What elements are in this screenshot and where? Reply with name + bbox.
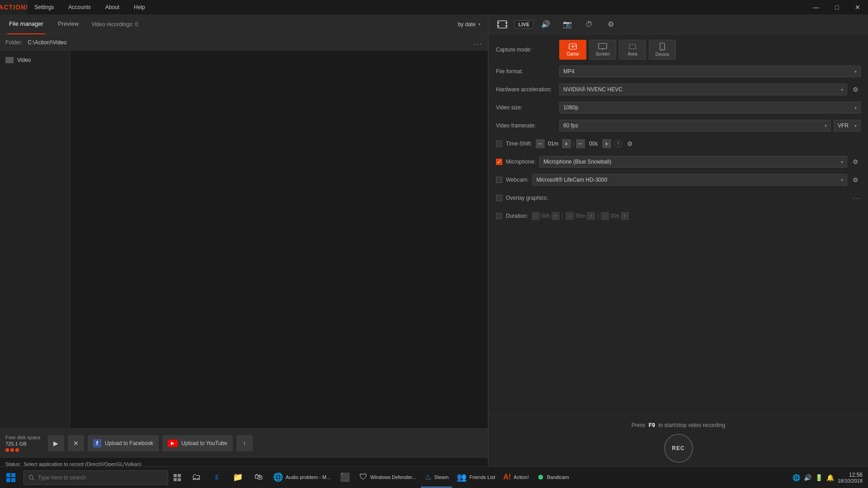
webcam-control: Microsoft® LifeCam HD-3000 ▾ ⚙ [532, 174, 861, 186]
taskbar-app-friends[interactable]: 👥 Friends List [453, 468, 499, 488]
webcam-dropdown[interactable]: Microsoft® LifeCam HD-3000 ▾ [532, 174, 847, 186]
menu-settings[interactable]: Settings [27, 0, 61, 14]
defender-icon: 🛡 [359, 472, 368, 482]
video-framerate-row: Video framerate: 60 fps ▾ VFR ▾ [496, 119, 861, 132]
svg-rect-22 [174, 474, 177, 477]
timeshift-checkbox[interactable] [496, 141, 502, 147]
svg-point-20 [29, 475, 33, 479]
menu-help[interactable]: Help [127, 0, 152, 14]
settings-area: Capture mode: Game [489, 34, 868, 414]
cut-button[interactable]: ✕ [68, 435, 84, 451]
hardware-accel-dropdown[interactable]: NVIDIA® NVENC HEVC ▾ [559, 84, 847, 95]
taskbar-app-audio[interactable]: 🌐 Audio problem - M... [269, 468, 334, 488]
camera-icon-btn[interactable]: 📷 [557, 16, 577, 33]
minimize-button[interactable]: — [806, 0, 826, 14]
svg-rect-13 [629, 44, 636, 49]
task-view-button[interactable] [170, 467, 184, 488]
taskbar-app-bandicam[interactable]: ⏺ Bandicam [533, 468, 573, 488]
hardware-accel-value: NVIDIA® NVENC HEVC [563, 86, 623, 93]
taskbar-app-defender[interactable]: 🛡 Windows Defender... [356, 468, 420, 488]
microphone-gear-icon[interactable]: ⚙ [850, 156, 861, 168]
capture-device-button[interactable]: Device [649, 40, 676, 60]
capture-mode-buttons: Game Screen [559, 40, 676, 60]
sort-dropdown[interactable]: by date ▾ [458, 21, 481, 28]
game-label: Game [566, 52, 579, 56]
live-badge-btn[interactable]: LIVE [514, 16, 534, 33]
microphone-dropdown[interactable]: Microphone (Blue Snowball) ▾ [539, 156, 847, 168]
play-button[interactable]: ▶ [48, 435, 64, 451]
overlay-control: ··· [552, 194, 861, 202]
notification-tray-icon[interactable]: 🔔 [826, 474, 834, 481]
timeshift-min-minus-button[interactable]: − [536, 139, 545, 148]
network-tray-icon[interactable]: 🌐 [793, 474, 800, 481]
webcam-checkbox[interactable] [496, 177, 502, 183]
file-tree: Video [0, 51, 70, 428]
left-panel: File manager Preview Video recordings: 0… [0, 14, 488, 470]
status-label: Status: [5, 461, 21, 467]
svg-rect-10 [599, 43, 607, 49]
chevron-down-icon: ▾ [841, 160, 843, 164]
taskbar-app-action[interactable]: A! Action! [500, 468, 533, 488]
files-icon: 📁 [233, 472, 243, 482]
upload-facebook-button[interactable]: f Upload to Facebook [88, 435, 159, 451]
battery-tray-icon[interactable]: 🔋 [815, 474, 823, 481]
tab-file-manager[interactable]: File manager [7, 14, 45, 34]
chevron-down-icon: ▾ [854, 123, 857, 128]
file-format-value: MP4 [563, 68, 575, 75]
taskbar-app-store[interactable]: 🛍 [249, 468, 269, 488]
maximize-button[interactable]: □ [826, 0, 847, 14]
taskbar-app-steam[interactable]: ♨ Steam [421, 468, 453, 488]
clock[interactable]: 12:56 18/10/2018 [838, 472, 863, 483]
timeshift-sec-minus-button[interactable]: − [576, 139, 585, 148]
start-button[interactable] [0, 467, 22, 488]
duration-m-value: 30m [575, 213, 585, 219]
vfr-dropdown[interactable]: VFR ▾ [834, 120, 861, 131]
export-button[interactable]: ↑ [236, 435, 253, 451]
folder-bar: Folder: C:\Action!\Video ... [0, 34, 488, 51]
timeshift-gear-icon[interactable]: ⚙ [625, 138, 636, 150]
close-button[interactable]: ✕ [847, 0, 868, 14]
folder-more-button[interactable]: ... [474, 38, 482, 47]
duration-checkbox[interactable] [496, 213, 502, 219]
taskbar-app-files[interactable]: 📁 [228, 468, 248, 488]
overlay-more-button[interactable]: ··· [853, 194, 861, 202]
taskbar-app-explorer[interactable]: 🗂 [186, 468, 206, 488]
search-bar[interactable] [24, 470, 168, 485]
film-mode-icon-btn[interactable] [492, 16, 512, 33]
menu-about[interactable]: About [98, 0, 127, 14]
capture-game-button[interactable]: Game [559, 40, 586, 60]
taskbar-app-edge[interactable]: ε [207, 468, 227, 488]
hardware-accel-gear-icon[interactable]: ⚙ [850, 84, 861, 95]
capture-screen-button[interactable]: Screen [589, 40, 616, 60]
microphone-checkbox[interactable]: ✓ [496, 159, 502, 165]
search-input[interactable] [38, 474, 163, 481]
tab-preview[interactable]: Preview [56, 14, 80, 34]
volume-tray-icon[interactable]: 🔊 [804, 474, 811, 481]
menu-accounts[interactable]: Accounts [61, 0, 98, 14]
explorer-icon: 🗂 [192, 472, 201, 482]
webcam-gear-icon[interactable]: ⚙ [850, 174, 861, 186]
file-format-dropdown[interactable]: MP4 ▾ [559, 66, 861, 77]
disk-size-value: 725.1 GB [5, 441, 26, 446]
settings-icon-btn[interactable]: ⚙ [601, 16, 621, 33]
video-folder-icon [5, 57, 14, 63]
video-size-dropdown[interactable]: 1080p ▾ [559, 102, 861, 113]
timeshift-help-icon[interactable]: ? [614, 140, 622, 148]
sound-icon-btn[interactable]: 🔊 [536, 16, 556, 33]
taskbar-app-unknown[interactable]: ⬛ [335, 468, 355, 488]
svg-point-8 [575, 45, 576, 46]
duration-m-minus-button: − [566, 212, 574, 220]
bottom-controls: Free disk space 725.1 GB ▶ ✕ f Upload to… [0, 428, 488, 457]
capture-area-button[interactable]: Area [619, 40, 646, 60]
timeshift-min-plus-button[interactable]: + [562, 139, 571, 148]
upload-youtube-button[interactable]: ▶ Upload to YouTube [162, 435, 233, 451]
overlay-checkbox[interactable] [496, 195, 502, 201]
rec-info-text: to start/stop video recording [658, 422, 725, 428]
rec-button[interactable]: REC [664, 434, 693, 463]
timer-icon-btn[interactable]: ⏱ [579, 16, 599, 33]
video-framerate-dropdown[interactable]: 60 fps ▾ [559, 120, 831, 131]
tree-item-video[interactable]: Video [0, 54, 70, 66]
gear-icon: ⚙ [608, 20, 614, 28]
video-size-row: Video size: 1080p ▾ [496, 101, 861, 114]
timeshift-sec-plus-button[interactable]: + [602, 139, 611, 148]
